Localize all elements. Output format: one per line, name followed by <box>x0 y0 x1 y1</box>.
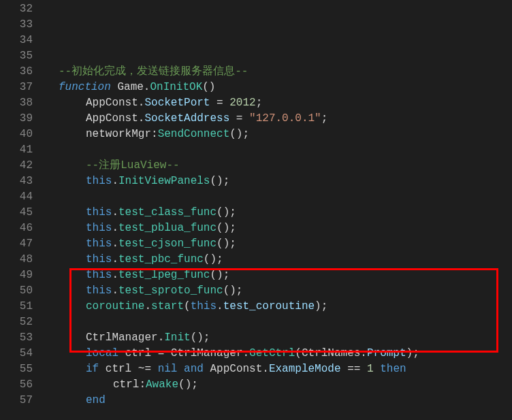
code-area[interactable]: --初始化完成，发送链接服务器信息--function Game.OnInitO… <box>45 0 512 420</box>
line-number: 36 <box>0 64 33 80</box>
code-line[interactable]: networkMgr:SendConnect(); <box>45 127 512 142</box>
line-number: 42 <box>0 158 33 174</box>
code-line[interactable]: this.test_cjson_func(); <box>45 236 512 252</box>
code-editor[interactable]: 3233343536373839404142434445464748495051… <box>0 0 512 420</box>
line-number: 56 <box>0 377 33 393</box>
code-line[interactable] <box>45 142 512 158</box>
line-number: 54 <box>0 346 33 361</box>
line-gutter: 3233343536373839404142434445464748495051… <box>0 0 45 420</box>
code-line[interactable] <box>45 408 512 420</box>
code-line[interactable]: AppConst.SocketAddress = "127.0.0.1"; <box>45 111 512 127</box>
code-line[interactable]: coroutine.start(this.test_coroutine); <box>45 299 512 314</box>
code-line[interactable]: if ctrl ~= nil and AppConst.ExampleMode … <box>45 361 512 377</box>
line-number: 47 <box>0 236 33 252</box>
code-line[interactable]: --注册LuaView-- <box>45 158 512 174</box>
code-line[interactable]: this.test_lpeg_func(); <box>45 268 512 283</box>
code-line[interactable]: end <box>45 393 512 408</box>
line-number: 49 <box>0 268 33 283</box>
code-line[interactable]: AppConst.SocketPort = 2012; <box>45 95 512 111</box>
line-number: 37 <box>0 80 33 95</box>
code-line[interactable]: this.test_pbc_func(); <box>45 252 512 268</box>
line-number: 52 <box>0 314 33 330</box>
line-number: 39 <box>0 111 33 127</box>
code-line[interactable] <box>45 189 512 205</box>
line-number: 45 <box>0 205 33 221</box>
code-line[interactable]: --初始化完成，发送链接服务器信息-- <box>45 64 512 80</box>
code-line[interactable]: local ctrl = CtrlManager.GetCtrl(CtrlNam… <box>45 346 512 361</box>
code-line[interactable]: ctrl:Awake(); <box>45 377 512 393</box>
code-line[interactable]: CtrlManager.Init(); <box>45 330 512 346</box>
line-number: 34 <box>0 33 33 48</box>
code-line[interactable] <box>45 48 512 64</box>
line-number: 43 <box>0 174 33 189</box>
code-line[interactable]: this.test_pblua_func(); <box>45 221 512 236</box>
code-line[interactable]: function Game.OnInitOK() <box>45 80 512 95</box>
code-line[interactable]: this.test_sproto_func(); <box>45 283 512 299</box>
line-number: 53 <box>0 330 33 346</box>
line-number: 32 <box>0 1 33 17</box>
line-number: 38 <box>0 95 33 111</box>
line-number: 48 <box>0 252 33 268</box>
code-line[interactable] <box>45 314 512 330</box>
line-number: 46 <box>0 221 33 236</box>
line-number: 33 <box>0 17 33 33</box>
code-line[interactable]: this.test_class_func(); <box>45 205 512 221</box>
line-number: 55 <box>0 361 33 377</box>
line-number: 51 <box>0 299 33 314</box>
line-number: 35 <box>0 48 33 64</box>
line-number: 41 <box>0 142 33 158</box>
code-line[interactable]: this.InitViewPanels(); <box>45 174 512 189</box>
line-number: 40 <box>0 127 33 142</box>
line-number: 57 <box>0 393 33 408</box>
line-number: 50 <box>0 283 33 299</box>
line-number: 44 <box>0 189 33 205</box>
